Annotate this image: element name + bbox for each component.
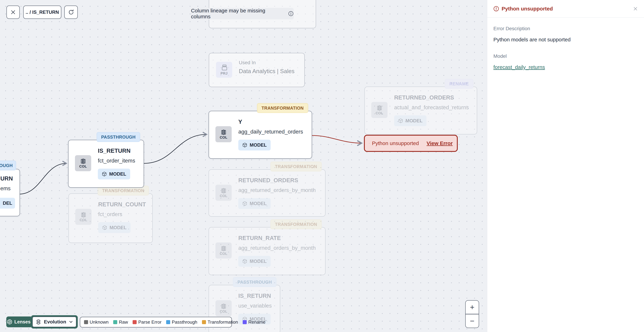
error-detail-panel: Python unsupported Error Description Pyt… bbox=[487, 0, 644, 332]
col-icon-box: COL bbox=[216, 126, 232, 142]
col-label: COL bbox=[79, 164, 87, 168]
breadcrumb-label: .. / IS_RETURN bbox=[26, 9, 59, 15]
legend-item-rename: Rename bbox=[243, 320, 266, 325]
model-chip: MODEL bbox=[98, 169, 130, 179]
legend-label: Raw bbox=[119, 320, 128, 325]
cube-icon bbox=[242, 142, 248, 148]
col-icon-box: COL bbox=[216, 300, 232, 316]
close-icon bbox=[633, 6, 638, 11]
passthrough-badge: PASSTHROUGH bbox=[96, 132, 140, 142]
lineage-warning-banner: Column lineage may be missing columns bbox=[191, 8, 294, 19]
model-chip-label: MODEL bbox=[109, 171, 126, 177]
zoom-control: + − bbox=[465, 300, 479, 328]
legend-label: Parse Error bbox=[138, 320, 162, 325]
panel-close-button[interactable] bbox=[633, 6, 638, 11]
legend-swatch-parse-error bbox=[132, 320, 137, 324]
node-fct-order-items[interactable]: PASSTHROUGH COL IS_RETURN fct_order_item… bbox=[68, 140, 144, 188]
legend-item-raw: Raw bbox=[113, 320, 128, 325]
lineage-legend: Unknown Raw Parse Error Passthrough Tran… bbox=[80, 317, 232, 328]
legend-label: Transformation bbox=[208, 320, 238, 325]
aperture-icon bbox=[7, 319, 12, 325]
panel-header: Python unsupported bbox=[487, 0, 644, 18]
transformation-badge: TRANSFORMATION bbox=[257, 103, 308, 113]
view-error-link[interactable]: View Error bbox=[426, 140, 453, 146]
legend-swatch-rename bbox=[243, 320, 247, 324]
lens-mode-dropdown[interactable]: Evolution bbox=[31, 315, 78, 329]
error-description-label: Error Description bbox=[494, 26, 530, 31]
columns-icon bbox=[80, 158, 86, 164]
info-icon[interactable] bbox=[288, 11, 294, 16]
lineage-app: eting PRJ Used In Data Analytics | Sales… bbox=[0, 0, 644, 332]
model-chip-label-fragment: DEL bbox=[3, 201, 12, 206]
passthrough-badge-fragment: OUGH bbox=[0, 161, 16, 170]
node-subtitle-fragment: ems bbox=[0, 185, 11, 192]
node-title-fragment: URN bbox=[0, 175, 13, 182]
legend-swatch-unknown bbox=[84, 320, 88, 324]
columns-icon bbox=[220, 303, 227, 309]
error-node-label: Python unsupported bbox=[372, 140, 419, 146]
lens-mode-button: Evolution bbox=[32, 317, 76, 327]
banner-text: Column lineage may be missing columns bbox=[191, 8, 286, 19]
model-chip-fragment: DEL bbox=[0, 198, 15, 209]
legend-item-transformation: Transformation bbox=[202, 320, 238, 325]
node-title: IS_RETURN bbox=[98, 147, 130, 154]
legend-swatch-transformation bbox=[202, 320, 206, 324]
lenses-button[interactable]: Lenses bbox=[6, 317, 31, 327]
legend-label: Passthrough bbox=[172, 320, 197, 325]
chevron-down-icon bbox=[69, 320, 73, 324]
warning-circle-icon bbox=[493, 6, 499, 12]
zoom-out-button[interactable]: − bbox=[466, 314, 479, 328]
legend-item-unknown: Unknown bbox=[84, 320, 108, 325]
node-agg-daily-returned-orders[interactable]: TRANSFORMATION COL Y agg_daily_returned_… bbox=[208, 111, 312, 159]
columns-icon bbox=[220, 129, 227, 135]
panel-title: Python unsupported bbox=[493, 6, 553, 12]
error-description-value: Python models are not supported bbox=[494, 37, 570, 42]
passthrough-badge: PASSTHROUGH bbox=[233, 277, 276, 287]
legend-item-passthrough: Passthrough bbox=[166, 320, 197, 325]
refresh-button[interactable] bbox=[64, 5, 78, 19]
node-subtitle: use_variables bbox=[238, 303, 272, 309]
panel-title-text: Python unsupported bbox=[502, 6, 553, 12]
legend-label: Rename bbox=[248, 320, 266, 325]
model-label: Model bbox=[494, 53, 507, 59]
node-title: IS_RETURN bbox=[238, 293, 271, 299]
node-subtitle: agg_daily_returned_orders bbox=[238, 129, 303, 135]
layers-icon bbox=[36, 319, 42, 325]
python-unsupported-error-node[interactable]: Python unsupported View Error bbox=[364, 135, 458, 152]
model-chip-label: MODEL bbox=[250, 142, 267, 148]
model-chip: MODEL bbox=[238, 140, 271, 150]
legend-label: Unknown bbox=[90, 320, 108, 325]
zoom-in-button[interactable]: + bbox=[466, 301, 479, 314]
node-title: Y bbox=[238, 118, 242, 125]
col-label: COL bbox=[220, 135, 228, 139]
legend-swatch-raw bbox=[113, 320, 117, 324]
node-subtitle: fct_order_items bbox=[98, 158, 135, 164]
model-link[interactable]: forecast_daily_returns bbox=[494, 64, 545, 70]
breadcrumb[interactable]: .. / IS_RETURN bbox=[23, 5, 61, 19]
col-label: COL bbox=[220, 310, 228, 314]
col-icon-box: COL bbox=[75, 155, 91, 171]
legend-swatch-passthrough bbox=[166, 320, 170, 324]
close-lineage-button[interactable] bbox=[6, 5, 20, 19]
legend-item-parse-error: Parse Error bbox=[132, 320, 162, 325]
lens-mode-label: Evolution bbox=[44, 319, 66, 325]
refresh-icon bbox=[68, 9, 74, 15]
lenses-label: Lenses bbox=[14, 319, 30, 325]
cube-icon bbox=[102, 171, 107, 177]
close-icon bbox=[10, 9, 16, 15]
warning-circle-icon bbox=[369, 140, 370, 147]
lineage-canvas[interactable]: eting PRJ Used In Data Analytics | Sales… bbox=[0, 0, 487, 332]
